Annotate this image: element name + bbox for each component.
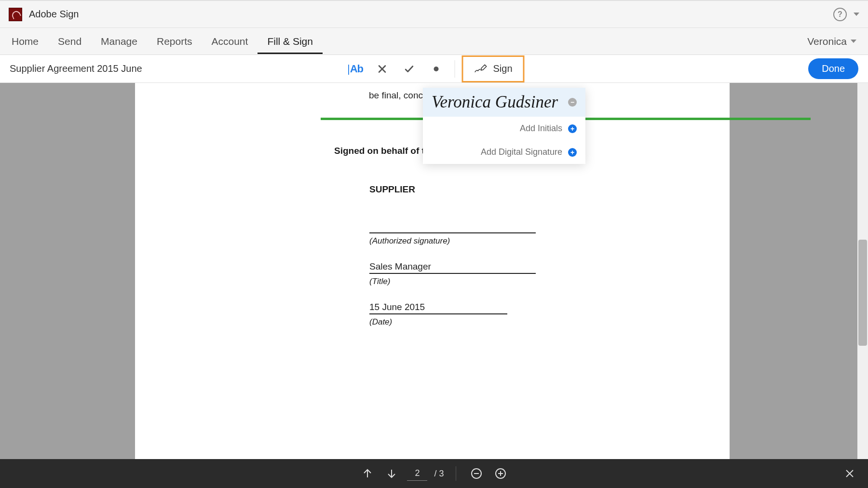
nav-fill-and-sign[interactable]: Fill & Sign xyxy=(258,29,323,54)
user-menu[interactable]: Veronica xyxy=(807,36,856,47)
signature-line[interactable] xyxy=(369,222,536,233)
remove-signature-icon[interactable]: − xyxy=(568,98,577,107)
sign-toolbar: Supplier Agreement 2015 June Ab Sign Don… xyxy=(0,55,868,83)
document-viewport[interactable]: be final, conclusive and binding upon bo… xyxy=(0,83,868,459)
current-page-input[interactable] xyxy=(407,466,427,481)
add-digital-signature-label: Add Digital Signature xyxy=(481,147,562,157)
add-initials-label: Add Initials xyxy=(520,123,562,134)
vertical-scrollbar[interactable] xyxy=(857,83,868,459)
add-digital-signature-item[interactable]: Add Digital Signature + xyxy=(423,140,585,164)
signature-preview: Veronica Gudsiner xyxy=(432,93,558,112)
app-title: Adobe Sign xyxy=(29,9,79,20)
date-field-label: (Date) xyxy=(369,317,536,327)
scrollbar-thumb[interactable] xyxy=(858,240,867,346)
plus-icon: + xyxy=(568,124,577,133)
nav-home[interactable]: Home xyxy=(12,29,48,54)
supplier-label: SUPPLIER xyxy=(369,184,536,195)
nav-account[interactable]: Account xyxy=(202,29,258,54)
close-bar-button[interactable] xyxy=(841,465,858,482)
sign-button[interactable]: Sign xyxy=(461,55,524,82)
help-icon[interactable]: ? xyxy=(833,8,847,21)
user-name: Veronica xyxy=(807,36,847,47)
page-down-button[interactable] xyxy=(383,465,400,482)
total-pages-label: / 3 xyxy=(434,469,444,479)
main-nav: Home Send Manage Reports Account Fill & … xyxy=(0,28,868,55)
document-name: Supplier Agreement 2015 June xyxy=(10,63,142,74)
date-field[interactable]: 15 June 2015 xyxy=(369,301,507,314)
zoom-in-button[interactable] xyxy=(492,465,509,482)
add-initials-item[interactable]: Add Initials + xyxy=(423,117,585,140)
cross-tool[interactable] xyxy=(370,57,393,81)
signature-line-label: (Authorized signature) xyxy=(369,236,536,246)
sign-button-label: Sign xyxy=(493,63,512,74)
chevron-down-icon xyxy=(851,40,856,43)
title-field[interactable]: Sales Manager xyxy=(369,260,536,274)
dot-tool[interactable] xyxy=(424,57,448,81)
plus-icon: + xyxy=(568,148,577,157)
app-menu-caret-icon[interactable] xyxy=(854,13,859,16)
page-up-button[interactable] xyxy=(359,465,376,482)
signature-dropdown: Veronica Gudsiner − Add Initials + Add D… xyxy=(423,88,585,164)
checkmark-tool[interactable] xyxy=(397,57,420,81)
saved-signature-item[interactable]: Veronica Gudsiner − xyxy=(423,88,585,117)
toolbar-divider xyxy=(454,60,455,78)
text-tool[interactable]: Ab xyxy=(343,57,366,81)
signature-icon xyxy=(474,64,487,74)
app-logo xyxy=(9,8,22,21)
nav-manage[interactable]: Manage xyxy=(91,29,147,54)
zoom-out-button[interactable] xyxy=(468,465,485,482)
nav-send[interactable]: Send xyxy=(48,29,91,54)
controls-divider xyxy=(456,466,456,481)
nav-reports[interactable]: Reports xyxy=(147,29,202,54)
title-bar: Adobe Sign ? xyxy=(0,0,868,28)
done-button[interactable]: Done xyxy=(808,58,858,79)
title-field-label: (Title) xyxy=(369,277,536,286)
page-controls-bar: / 3 xyxy=(0,459,868,488)
